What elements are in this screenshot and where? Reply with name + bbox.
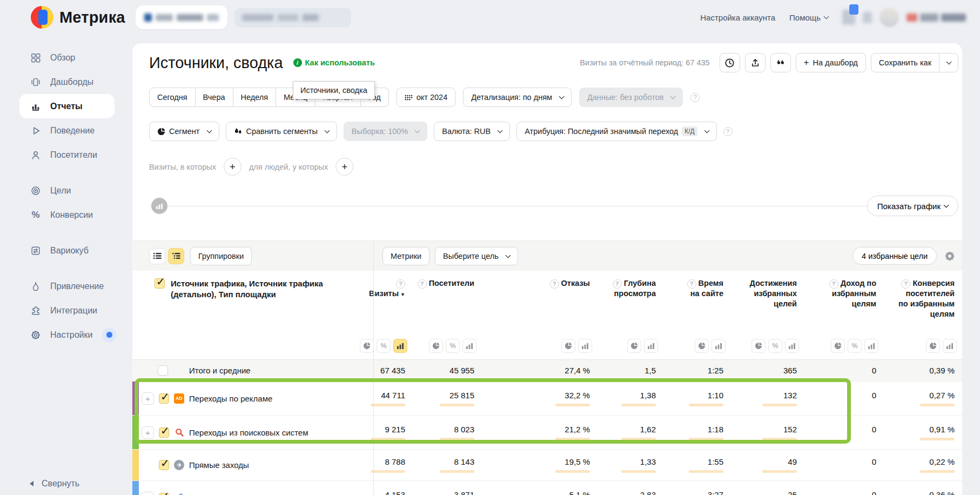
comments-button[interactable] <box>770 53 791 72</box>
account-settings-link[interactable]: Настройка аккаунта <box>700 13 775 22</box>
select-all-checkbox[interactable]: ✓ <box>155 278 165 289</box>
bars-toggle[interactable] <box>578 339 592 353</box>
sidebar-item-behavior[interactable]: Поведение <box>0 118 132 143</box>
pie-toggle[interactable] <box>831 339 845 353</box>
sidebar-item-settings[interactable]: Настройки <box>0 323 132 347</box>
collapse-sidebar-button[interactable]: Свернуть <box>30 479 79 489</box>
search-icon <box>174 427 184 438</box>
help-icon[interactable]: ? <box>550 279 559 289</box>
bars-toggle[interactable] <box>943 339 957 353</box>
table-row[interactable]: + ✓ Переходы по ссылкам на сайтах 4 153 … <box>132 480 962 495</box>
chart-collapsed-icon[interactable] <box>151 198 167 214</box>
help-icon[interactable]: ? <box>396 279 405 289</box>
add-visit-filter-button[interactable]: + <box>224 158 241 176</box>
attribution-dropdown[interactable]: Атрибуция: Последний значимый переход К/… <box>516 122 716 141</box>
row-checkbox[interactable]: ✓ <box>158 365 168 376</box>
sidebar-item-acquisition[interactable]: Привлечение <box>0 274 132 298</box>
percent-toggle[interactable]: % <box>848 339 862 353</box>
row-checkbox[interactable]: ✓ <box>159 393 169 404</box>
table-settings-gear-icon[interactable] <box>944 250 956 262</box>
groupings-button[interactable]: Группировки <box>190 247 252 265</box>
period-week[interactable]: Неделя <box>233 88 277 107</box>
row-checkbox[interactable]: ✓ <box>159 493 169 495</box>
favorite-goals-button[interactable]: 4 избранные цели <box>853 247 937 265</box>
period-yesterday[interactable]: Вчера <box>196 88 233 107</box>
metrika-logo[interactable]: Метрика <box>31 6 125 29</box>
pie-toggle[interactable] <box>360 339 374 353</box>
pie-toggle[interactable] <box>627 339 641 353</box>
sidebar-item-variocube[interactable]: Вариокуб <box>0 238 132 263</box>
pie-toggle[interactable] <box>561 339 575 353</box>
sidebar-item-reports[interactable]: Отчеты <box>19 94 115 118</box>
flat-list-view-toggle[interactable] <box>149 248 165 264</box>
percent-toggle[interactable]: % <box>446 339 460 353</box>
bars-toggle[interactable] <box>785 339 799 353</box>
expand-row-button[interactable]: + <box>142 492 154 495</box>
counter-tab-active[interactable] <box>136 5 227 29</box>
report-tooltip: Источники, сводка <box>293 81 375 99</box>
save-as-button[interactable]: Сохранить как <box>871 53 939 72</box>
row-label[interactable]: Переходы из поисковых систем <box>189 428 308 437</box>
pie-toggle[interactable] <box>429 339 443 353</box>
help-icon[interactable]: ? <box>723 127 733 136</box>
expand-row-button[interactable]: + <box>142 392 154 405</box>
choose-goal-dropdown[interactable]: Выберите цель <box>435 247 518 265</box>
row-checkbox[interactable]: ✓ <box>159 427 169 438</box>
help-icon[interactable]: ? <box>418 279 427 289</box>
sidebar-item-conversions[interactable]: % Конверсии <box>0 203 132 227</box>
bars-toggle[interactable] <box>864 339 878 353</box>
add-people-filter-button[interactable]: + <box>335 158 353 176</box>
add-to-dashboard-button[interactable]: +На дашборд <box>796 53 866 72</box>
help-icon[interactable]: ? <box>901 279 910 289</box>
metrics-button[interactable]: Метрики <box>382 247 429 265</box>
show-chart-button[interactable]: Показать график <box>867 196 958 216</box>
counter-tab-secondary[interactable] <box>234 8 351 27</box>
user-area[interactable] <box>842 8 966 27</box>
table-row[interactable]: ✓ Прямые заходы 8 788 8 143 19,5 % 1,33 … <box>132 449 962 480</box>
avatar[interactable] <box>880 8 899 27</box>
expand-row-button[interactable]: + <box>142 426 154 439</box>
sidebar-item-goals[interactable]: Цели <box>0 178 132 203</box>
sidebar-item-overview[interactable]: Обзор <box>0 45 132 70</box>
compare-segments-button[interactable]: Сравнить сегменты <box>226 122 337 141</box>
pie-toggle[interactable] <box>751 339 766 353</box>
row-label[interactable]: Переходы по ссылкам на сайтах <box>189 493 312 495</box>
percent-toggle[interactable]: % <box>377 339 391 353</box>
save-as-dropdown[interactable] <box>939 53 958 72</box>
how-to-use-link[interactable]: i Как использовать <box>293 58 375 67</box>
pie-toggle[interactable] <box>926 339 940 353</box>
row-checkbox[interactable]: ✓ <box>159 460 169 470</box>
help-icon[interactable]: ? <box>690 93 700 102</box>
sidebar-item-visitors[interactable]: Посетители <box>0 143 132 167</box>
robots-filter-dropdown[interactable]: Данные: без роботов <box>579 88 683 107</box>
bars-toggle[interactable] <box>393 339 407 353</box>
table-row[interactable]: + ✓ Переходы из поисковых систем 9 215 8… <box>132 415 962 449</box>
dimension-header[interactable]: Источник трафика, Источник трафика (дета… <box>171 278 368 300</box>
help-icon[interactable]: ? <box>687 279 696 289</box>
bars-toggle[interactable] <box>644 339 658 353</box>
detalization-dropdown[interactable]: Детализация: по дням <box>463 88 572 107</box>
history-button[interactable] <box>720 53 740 72</box>
percent-toggle[interactable]: % <box>768 339 782 353</box>
sampling-dropdown[interactable]: Выборка: 100% <box>344 122 427 141</box>
sidebar-item-dashboards[interactable]: Дашборды <box>0 70 132 94</box>
notifications-icon[interactable] <box>842 10 855 25</box>
help-icon[interactable]: ? <box>613 279 622 289</box>
currency-dropdown[interactable]: Валюта: RUB <box>434 122 510 141</box>
row-label[interactable]: Переходы по рекламе <box>189 394 272 403</box>
table-row[interactable]: + ✓ AD Переходы по рекламе 44 711 25 815… <box>132 381 962 415</box>
sidebar-item-integrations[interactable]: Интеграции <box>0 298 132 323</box>
export-button[interactable] <box>745 53 766 72</box>
help-icon[interactable]: ? <box>829 279 838 289</box>
help-menu[interactable]: Помощь <box>789 13 828 22</box>
sort-desc-icon[interactable]: ▼ <box>400 292 405 297</box>
segment-button[interactable]: Сегмент <box>149 122 219 141</box>
pie-toggle[interactable] <box>695 339 709 353</box>
row-label[interactable]: Прямые заходы <box>189 460 249 470</box>
column-time: ? Время на сайте <box>660 271 728 359</box>
period-today[interactable]: Сегодня <box>149 88 196 107</box>
bars-toggle[interactable] <box>462 339 476 353</box>
tree-view-toggle[interactable] <box>168 248 184 264</box>
calendar-button[interactable]: окт 2024 <box>397 88 456 107</box>
bars-toggle[interactable] <box>711 339 726 353</box>
